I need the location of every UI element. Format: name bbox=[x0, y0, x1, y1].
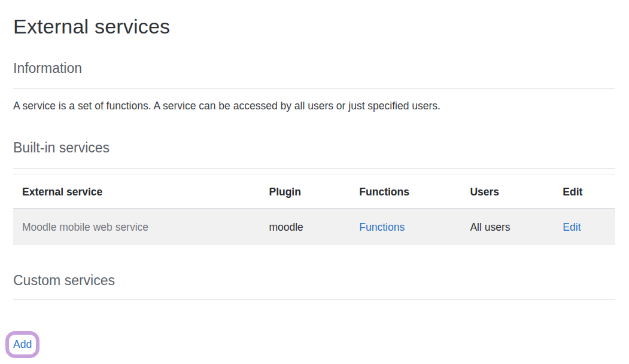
table-header-row: External service Plugin Functions Users … bbox=[13, 175, 615, 209]
add-service-link[interactable]: Add bbox=[13, 338, 32, 350]
service-description-text: A service is a set of functions. A servi… bbox=[13, 99, 615, 113]
column-header-external-service: External service bbox=[13, 175, 260, 209]
users-cell: All users bbox=[461, 209, 554, 245]
section-heading-custom-services: Custom services bbox=[13, 273, 615, 289]
edit-cell: Edit bbox=[554, 209, 615, 245]
divider bbox=[13, 299, 615, 300]
divider bbox=[13, 168, 615, 169]
column-header-plugin: Plugin bbox=[260, 175, 350, 209]
page-title: External services bbox=[13, 15, 615, 38]
section-heading-information: Information bbox=[13, 60, 615, 77]
add-row: Add bbox=[5, 331, 615, 358]
service-name-cell: Moodle mobile web service bbox=[13, 209, 260, 245]
functions-cell: Functions bbox=[350, 209, 461, 245]
table-row: Moodle mobile web service moodle Functio… bbox=[13, 209, 615, 245]
functions-link[interactable]: Functions bbox=[359, 221, 405, 233]
builtin-services-table: External service Plugin Functions Users … bbox=[13, 175, 615, 245]
column-header-edit: Edit bbox=[554, 175, 615, 209]
section-heading-builtin-services: Built-in services bbox=[13, 140, 615, 156]
column-header-users: Users bbox=[461, 175, 554, 209]
annotation-highlight-ring: Add bbox=[5, 331, 39, 358]
external-services-page: External services Information A service … bbox=[0, 15, 629, 358]
divider bbox=[13, 88, 615, 89]
column-header-functions: Functions bbox=[350, 175, 461, 209]
plugin-cell: moodle bbox=[260, 209, 350, 245]
edit-link[interactable]: Edit bbox=[563, 221, 581, 233]
